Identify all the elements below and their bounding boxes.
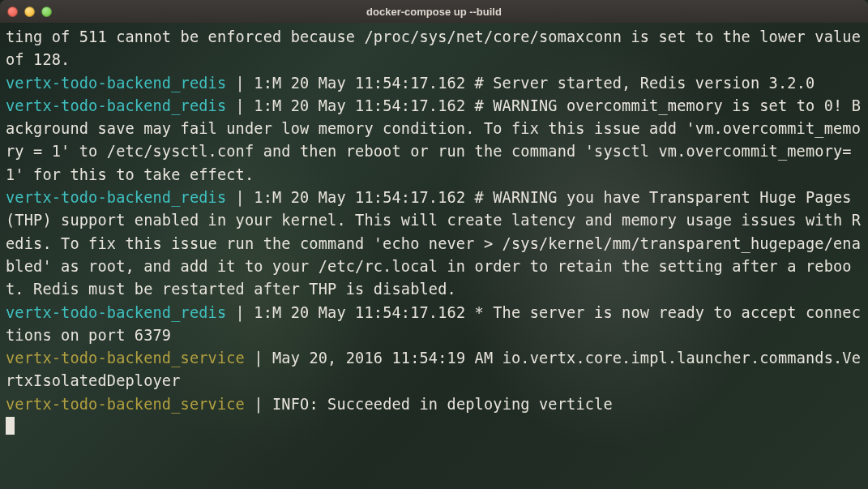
- pipe-separator: |: [226, 304, 254, 321]
- log-line: 1:M 20 May 11:54:17.162 # Server started…: [254, 75, 815, 92]
- service-prefix-redis: vertx-todo-backend_redis: [6, 189, 226, 206]
- log-line: ting of 511 cannot be enforced because /…: [6, 28, 868, 68]
- terminal-output[interactable]: ting of 511 cannot be enforced because /…: [0, 23, 868, 442]
- pipe-separator: |: [226, 75, 254, 92]
- pipe-separator: |: [245, 396, 272, 413]
- minimize-icon[interactable]: [24, 6, 35, 17]
- service-prefix-redis: vertx-todo-backend_redis: [6, 97, 226, 114]
- service-prefix-service: vertx-todo-backend_service: [6, 396, 245, 413]
- close-icon[interactable]: [7, 6, 18, 17]
- cursor: [6, 417, 15, 435]
- service-prefix-redis: vertx-todo-backend_redis: [6, 304, 226, 321]
- window-title: docker-compose up --build: [366, 6, 502, 18]
- titlebar[interactable]: docker-compose up --build: [0, 0, 868, 23]
- service-prefix-service: vertx-todo-backend_service: [6, 350, 245, 367]
- pipe-separator: |: [226, 189, 254, 206]
- service-prefix-redis: vertx-todo-backend_redis: [6, 75, 226, 92]
- window-controls: [0, 6, 52, 17]
- maximize-icon[interactable]: [41, 6, 52, 17]
- pipe-separator: |: [226, 97, 254, 114]
- log-line: INFO: Succeeded in deploying verticle: [272, 396, 613, 413]
- pipe-separator: |: [245, 350, 272, 367]
